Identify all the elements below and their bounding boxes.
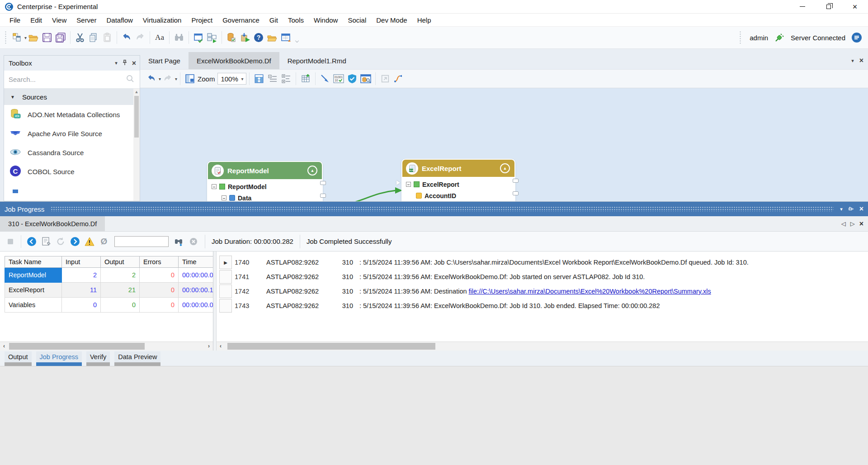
job-tab-310[interactable]: 310 - ExcelWorkBookDemo.Df xyxy=(0,216,105,231)
data-preview-icon[interactable] xyxy=(279,31,292,44)
log-row[interactable]: 1741 ASTLAP082:9262 310 : 5/15/2024 11:3… xyxy=(219,270,868,284)
task-cell[interactable]: ExcelReport xyxy=(5,283,62,298)
bottom-tab-verify[interactable]: Verify xyxy=(86,351,110,366)
col-input[interactable]: Input xyxy=(62,256,101,268)
server-browse-icon[interactable] xyxy=(265,31,279,44)
toolbox-item-cobol[interactable]: C COBOL Source xyxy=(4,162,133,181)
scroll-left-icon[interactable]: ‹ xyxy=(0,342,8,351)
auto-layout-icon[interactable] xyxy=(252,72,266,85)
scroll-thumb[interactable] xyxy=(134,96,139,138)
toolbox-item-ado-net[interactable]: <> ADO.Net Metadata Collections xyxy=(4,105,133,124)
toolbox-search-input[interactable] xyxy=(9,76,135,83)
menu-file[interactable]: File xyxy=(5,16,25,24)
add-grid-icon[interactable] xyxy=(299,72,312,85)
table-hscrollbar[interactable]: ‹ › xyxy=(0,342,213,351)
zoom-select[interactable]: 100% ▾ xyxy=(217,73,246,85)
col-time[interactable]: Time xyxy=(179,256,213,268)
undo-icon[interactable] xyxy=(120,31,133,44)
menu-git[interactable]: Git xyxy=(264,16,283,24)
task-cell[interactable]: Variables xyxy=(5,298,62,313)
destination-file-link[interactable]: file://C:\Users\sahar.mirza\Documents\Ex… xyxy=(469,288,711,295)
node-collapse-icon[interactable]: ▲ xyxy=(307,166,317,176)
output-port[interactable] xyxy=(513,179,519,183)
input-port[interactable] xyxy=(396,180,400,185)
new-dropdown-icon[interactable] xyxy=(10,31,24,44)
next-job-icon[interactable] xyxy=(68,235,82,248)
log-row[interactable]: 1742 ASTLAP082:9262 310 : 5/15/2024 11:3… xyxy=(219,284,868,299)
panel-pin-icon[interactable] xyxy=(848,205,854,213)
preview-binary-icon[interactable]: 0100110 xyxy=(332,72,345,85)
menu-server[interactable]: Server xyxy=(71,16,101,24)
job-tab-close-icon[interactable]: × xyxy=(859,220,863,228)
toolbox-section-sources[interactable]: ▼ Sources xyxy=(4,89,133,105)
tree-row-reportmodel[interactable]: ReportModel xyxy=(212,181,322,192)
menu-virtualization[interactable]: Virtualization xyxy=(138,16,187,24)
warnings-icon[interactable] xyxy=(83,235,96,248)
menu-social[interactable]: Social xyxy=(343,16,371,24)
toolbox-item-cassandra[interactable]: Cassandra Source xyxy=(4,143,133,162)
toolbox-scrollbar[interactable]: ▲ xyxy=(133,89,140,201)
restore-button[interactable] xyxy=(816,0,842,13)
tree-expander-icon[interactable] xyxy=(222,195,226,200)
scroll-up-icon[interactable]: ▲ xyxy=(133,89,140,95)
menu-dataflow[interactable]: Dataflow xyxy=(101,16,137,24)
help-icon[interactable]: ? xyxy=(252,31,265,44)
panel-menu-caret-icon[interactable]: ▾ xyxy=(840,206,843,212)
table-row-reportmodel[interactable]: ReportModel 2 2 0 00:00:00.0 xyxy=(5,268,213,283)
scroll-right-icon[interactable]: › xyxy=(205,342,213,351)
menu-governance[interactable]: Governance xyxy=(217,16,264,24)
menu-help[interactable]: Help xyxy=(412,16,436,24)
tab-reportmodel1[interactable]: ReportModel1.Rmd xyxy=(279,52,354,69)
output-port[interactable] xyxy=(320,181,326,185)
expand-all-icon[interactable] xyxy=(279,72,293,85)
log-hscrollbar[interactable]: ‹ xyxy=(217,342,868,351)
bottom-tab-job-progress[interactable]: Job Progress xyxy=(36,351,82,366)
table-row-excelreport[interactable]: ExcelReport 11 21 0 00:00:00.1 xyxy=(5,283,213,298)
toolbox-item-partial[interactable] xyxy=(4,181,133,200)
deploy-icon[interactable] xyxy=(238,31,252,44)
output-port[interactable] xyxy=(320,194,326,198)
tab-excelworkbookdemo[interactable]: ExcelWorkBookDemo.Df xyxy=(189,52,279,69)
find-next-icon[interactable] xyxy=(172,235,186,248)
node-excelreport[interactable]: XLS ExcelReport ▲ ExcelReport xyxy=(401,159,515,201)
errors-filter-icon[interactable]: Ø xyxy=(97,235,111,248)
bottom-tab-output[interactable]: Output xyxy=(5,351,32,366)
cut-icon[interactable] xyxy=(73,31,87,44)
menu-edit[interactable]: Edit xyxy=(25,16,47,24)
tree-row-accountid[interactable]: AccountID xyxy=(406,190,514,201)
toolbar-overflow-icon[interactable] xyxy=(295,39,299,43)
node-reportmodel-header[interactable]: ReportModel ▲ xyxy=(208,162,322,179)
job-monitor-icon[interactable] xyxy=(225,31,238,44)
draw-link-icon[interactable] xyxy=(318,72,332,85)
tab-list-caret-icon[interactable]: ▾ xyxy=(851,58,854,64)
paste-icon[interactable] xyxy=(100,31,114,44)
menu-devmode[interactable]: Dev Mode xyxy=(371,16,412,24)
start-dataflow-icon[interactable] xyxy=(205,31,219,44)
menu-tools[interactable]: Tools xyxy=(283,16,309,24)
feedback-icon[interactable] xyxy=(850,31,863,44)
redo-icon[interactable] xyxy=(161,72,175,85)
toolbox-menu-caret-icon[interactable]: ▾ xyxy=(115,60,118,66)
tab-close-icon[interactable]: × xyxy=(859,57,863,65)
output-port[interactable] xyxy=(513,191,519,195)
tree-expander-icon[interactable] xyxy=(212,184,217,189)
connector-route-icon[interactable] xyxy=(392,72,406,85)
font-icon[interactable]: Aa xyxy=(153,31,166,44)
clear-search-icon[interactable] xyxy=(187,235,200,248)
table-row-variables[interactable]: Variables 0 0 0 00:00:00.0 xyxy=(5,298,213,313)
redo-caret-icon[interactable]: ▾ xyxy=(175,76,177,81)
copy-icon[interactable] xyxy=(87,31,100,44)
save-icon[interactable] xyxy=(40,31,54,44)
col-task-name[interactable]: Task Name xyxy=(5,256,62,268)
col-output[interactable]: Output xyxy=(101,256,140,268)
scroll-thumb[interactable] xyxy=(9,343,145,350)
log-row[interactable]: ▶ 1740 ASTLAP082:9262 310 : 5/15/2024 11… xyxy=(219,255,868,270)
find-binoculars-icon[interactable] xyxy=(172,31,186,44)
toolbox-close-icon[interactable]: × xyxy=(132,59,136,67)
minimize-button[interactable] xyxy=(789,0,816,13)
layout-icon[interactable] xyxy=(183,72,197,85)
close-button[interactable]: × xyxy=(842,0,868,13)
scroll-thumb[interactable] xyxy=(227,343,435,350)
tree-expander-icon[interactable] xyxy=(406,182,411,187)
collapse-all-icon[interactable] xyxy=(266,72,279,85)
